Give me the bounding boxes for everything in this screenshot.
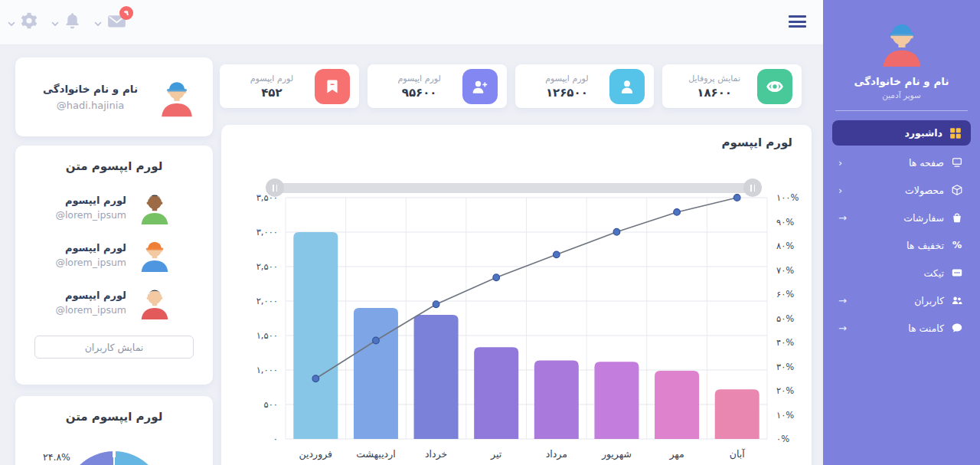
profile-name: نام و نام خانوادگی bbox=[28, 83, 153, 95]
svg-text:مهر: مهر bbox=[668, 448, 684, 460]
user-list-item[interactable]: لورم ایپسوم @lorem_ipsum bbox=[28, 184, 201, 231]
stat-value: ۹۵۶۰۰ bbox=[377, 86, 462, 100]
stat-card: لورم ایپسوم ۴۵۲ bbox=[220, 64, 359, 108]
chart-card: لورم ایپسوم ۰۵۰۰۱,۰۰۰۱,۵۰۰۲,۰۰۰۲,۵۰۰۳,۰۰… bbox=[221, 125, 812, 465]
svg-text:آبان: آبان bbox=[730, 448, 745, 460]
menu-item-label: کاربران bbox=[914, 295, 944, 306]
person-add-icon bbox=[462, 69, 498, 104]
svg-text:شهریور: شهریور bbox=[601, 448, 632, 460]
submenu-arrow-icon: → bbox=[838, 323, 847, 334]
menu-icon bbox=[951, 184, 963, 196]
svg-text:۶۰%: ۶۰% bbox=[776, 289, 794, 300]
svg-text:مرداد: مرداد bbox=[546, 448, 567, 460]
hamburger-icon[interactable] bbox=[789, 15, 806, 28]
user-name: لورم ایپسوم bbox=[53, 195, 126, 206]
user-list-item[interactable]: لورم ایپسوم @lorem_ipsum bbox=[28, 279, 201, 326]
submenu-arrow-icon: › bbox=[838, 157, 842, 169]
sidebar-item-basket[interactable]: سفارشات → bbox=[823, 204, 980, 231]
avatar bbox=[153, 74, 201, 121]
svg-text:۵۰۰: ۵۰۰ bbox=[263, 399, 278, 410]
chart-title: لورم ایپسوم bbox=[234, 136, 792, 149]
svg-text:۳,۵۰۰: ۳,۵۰۰ bbox=[256, 192, 278, 203]
bookmark-icon bbox=[315, 69, 350, 104]
pie-card: لورم ایپسوم متن ۲۴.۸% bbox=[15, 396, 213, 465]
topbar: ۹ bbox=[0, 0, 823, 45]
menu-item-label: محصولات bbox=[905, 185, 944, 196]
sidebar-item-ticket[interactable]: تیکت bbox=[823, 259, 980, 287]
svg-text:%: % bbox=[952, 239, 962, 251]
user-handle: @lorem_ipsum bbox=[53, 257, 126, 268]
stat-card: لورم ایپسوم ۱۲۶۵۰۰ bbox=[515, 64, 655, 108]
sidebar-user-name: نام و نام خانوادگی bbox=[823, 75, 980, 87]
profile-card: نام و نام خانوادگی @hadi.hajinia bbox=[15, 57, 213, 136]
sidebar-item-pages[interactable]: صفحه ها › bbox=[823, 149, 980, 176]
menu-icon bbox=[951, 322, 963, 334]
avatar bbox=[134, 234, 175, 276]
topbar-icon-group: ۹ bbox=[8, 0, 126, 44]
svg-text:۲,۵۰۰: ۲,۵۰۰ bbox=[256, 261, 278, 272]
eye-icon bbox=[757, 69, 792, 104]
sidebar-item-percent[interactable]: % تخفیف ها bbox=[823, 231, 980, 259]
stat-label: لورم ایپسوم bbox=[229, 74, 315, 84]
menu-icon bbox=[951, 294, 963, 306]
svg-text:۸۰%: ۸۰% bbox=[776, 241, 794, 251]
users-list: لورم ایپسوم @lorem_ipsum لورم ایپسوم @lo… bbox=[28, 184, 201, 326]
svg-text:۱۰%: ۱۰% bbox=[776, 410, 794, 421]
menu-item-label: تیکت bbox=[924, 267, 944, 279]
stat-label: لورم ایپسوم bbox=[377, 74, 462, 84]
svg-text:۲۰%: ۲۰% bbox=[776, 385, 794, 396]
show-users-button[interactable]: نمایش کاربران bbox=[34, 336, 194, 359]
menu-item-label: داشبورد bbox=[904, 127, 942, 139]
user-name: لورم ایپسوم bbox=[53, 290, 126, 301]
gear-icon[interactable] bbox=[21, 12, 38, 32]
menu-icon bbox=[949, 127, 962, 139]
pareto-chart: ۰۵۰۰۱,۰۰۰۱,۵۰۰۲,۰۰۰۲,۵۰۰۳,۰۰۰۳,۵۰۰۰%۱۰%۲… bbox=[234, 190, 799, 465]
submenu-arrow-icon: → bbox=[838, 212, 847, 224]
messages-menu[interactable]: ۹ bbox=[94, 13, 126, 31]
sidebar-menu: داشبورد صفحه ها › محصولات › سفارشات → % … bbox=[823, 120, 980, 342]
svg-text:۷۰%: ۷۰% bbox=[776, 265, 794, 276]
sidebar: نام و نام خانوادگی سوپر آدمین داشبورد صف… bbox=[823, 0, 980, 465]
chevron-down-icon bbox=[51, 15, 59, 30]
user-list-item[interactable]: لورم ایپسوم @lorem_ipsum bbox=[28, 231, 201, 279]
menu-icon bbox=[951, 156, 963, 169]
submenu-arrow-icon: → bbox=[838, 295, 847, 306]
stat-card: نمایش پروفایل ۱۸۶۰۰ bbox=[662, 64, 802, 108]
pie-chart bbox=[64, 451, 164, 465]
svg-text:۲,۰۰۰: ۲,۰۰۰ bbox=[256, 296, 278, 306]
user-handle: @lorem_ipsum bbox=[53, 304, 126, 316]
svg-text:تیر: تیر bbox=[490, 448, 502, 460]
avatar bbox=[873, 14, 931, 72]
sidebar-item-dashboard-grid[interactable]: داشبورد bbox=[832, 120, 971, 146]
users-card-title: لورم ایپسوم متن bbox=[28, 159, 201, 173]
svg-text:۵۰%: ۵۰% bbox=[776, 313, 794, 324]
svg-text:۳۰%: ۳۰% bbox=[776, 362, 794, 372]
svg-text:خرداد: خرداد bbox=[425, 448, 447, 460]
menu-icon: % bbox=[951, 239, 963, 251]
submenu-arrow-icon: › bbox=[838, 185, 842, 196]
sidebar-item-comment[interactable]: کامنت ها → bbox=[823, 314, 980, 342]
menu-item-label: تخفیف ها bbox=[906, 240, 944, 251]
messages-badge: ۹ bbox=[119, 6, 133, 20]
divider bbox=[835, 110, 968, 111]
stat-label: لورم ایپسوم bbox=[524, 74, 610, 84]
stats-row: لورم ایپسوم ۴۵۲ لورم ایپسوم ۹۵۶۰۰ لورم ا… bbox=[220, 64, 802, 108]
user-handle: @lorem_ipsum bbox=[53, 209, 126, 221]
bell-icon[interactable] bbox=[64, 12, 80, 32]
stat-value: ۴۵۲ bbox=[229, 86, 315, 100]
notifications-menu[interactable] bbox=[51, 12, 80, 32]
svg-text:۰: ۰ bbox=[273, 434, 278, 444]
menu-icon bbox=[951, 267, 963, 279]
avatar bbox=[134, 187, 175, 228]
chevron-down-icon bbox=[8, 15, 15, 30]
svg-text:۳,۰۰۰: ۳,۰۰۰ bbox=[256, 227, 278, 237]
pie-slice-label: ۲۴.۸% bbox=[43, 451, 70, 463]
sidebar-user-role: سوپر آدمین bbox=[823, 90, 980, 100]
person-icon bbox=[609, 69, 645, 104]
envelope-icon[interactable]: ۹ bbox=[107, 13, 126, 31]
settings-menu[interactable] bbox=[8, 12, 38, 32]
svg-text:۱۰۰%: ۱۰۰% bbox=[776, 192, 799, 203]
svg-text:۴۰%: ۴۰% bbox=[776, 337, 794, 348]
sidebar-item-users[interactable]: کاربران → bbox=[823, 287, 980, 314]
sidebar-item-box[interactable]: محصولات › bbox=[823, 176, 980, 204]
